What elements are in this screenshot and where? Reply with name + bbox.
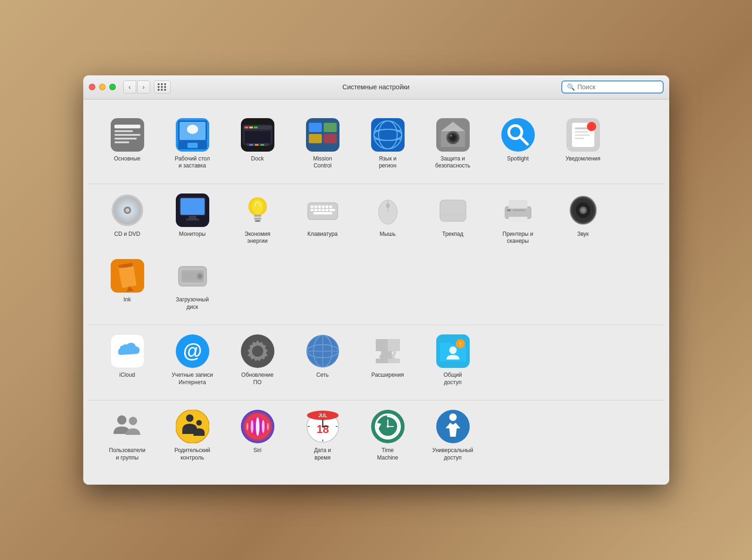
cd-item[interactable]: CD и DVD bbox=[97, 189, 158, 250]
network-item[interactable]: Сеть bbox=[293, 330, 353, 391]
svg-rect-59 bbox=[186, 219, 199, 220]
users-item[interactable]: Пользователии группы bbox=[97, 405, 158, 466]
general-item[interactable]: Основные bbox=[97, 113, 158, 174]
svg-rect-76 bbox=[326, 209, 328, 211]
content-area: Основные Рабочий столи заставка bbox=[83, 100, 669, 485]
close-button[interactable] bbox=[89, 84, 95, 90]
spotlight-label: Spotlight bbox=[507, 155, 529, 163]
svg-rect-67 bbox=[314, 206, 317, 208]
svg-rect-71 bbox=[329, 206, 332, 208]
printers-item[interactable]: Принтеры исканеры bbox=[488, 189, 548, 250]
svg-rect-73 bbox=[314, 209, 317, 211]
svg-rect-90 bbox=[507, 209, 511, 211]
energy-item[interactable]: Экономияэнергии bbox=[227, 189, 288, 250]
system-icons-grid: Пользователии группы bbox=[97, 405, 655, 466]
svg-rect-26 bbox=[309, 134, 322, 143]
datetime-item[interactable]: JUL 18 bbox=[293, 405, 353, 466]
minimize-button[interactable] bbox=[99, 84, 106, 90]
keyboard-item[interactable]: Клавиатура bbox=[293, 189, 353, 250]
traffic-lights bbox=[89, 84, 116, 90]
forward-button[interactable]: › bbox=[137, 80, 150, 93]
accessibility-item[interactable]: Универсальныйдоступ bbox=[423, 405, 483, 466]
trackpad-icon bbox=[436, 193, 470, 227]
svg-rect-58 bbox=[189, 216, 196, 219]
security-label: Защита ибезопасность bbox=[435, 155, 470, 170]
icloud-label: iCloud bbox=[119, 372, 135, 379]
grid-view-button[interactable] bbox=[154, 80, 171, 93]
monitors-item[interactable]: Мониторы bbox=[162, 189, 223, 250]
keyboard-icon bbox=[306, 193, 339, 227]
update-item[interactable]: ОбновлениеПО bbox=[227, 330, 288, 391]
extensions-icon bbox=[371, 334, 405, 368]
search-input[interactable] bbox=[578, 83, 658, 91]
svg-point-9 bbox=[187, 125, 198, 134]
svg-point-144 bbox=[322, 426, 324, 427]
svg-rect-4 bbox=[114, 138, 137, 140]
mouse-item[interactable]: Мышь bbox=[358, 189, 418, 250]
trackpad-item[interactable]: Трекпад bbox=[423, 189, 483, 250]
svg-rect-49 bbox=[575, 138, 584, 139]
extensions-item[interactable]: Расширения bbox=[358, 330, 418, 391]
desktop-item[interactable]: Рабочий столи заставка bbox=[162, 113, 223, 174]
monitors-label: Мониторы bbox=[179, 231, 206, 238]
energy-label: Экономияэнергии bbox=[245, 231, 270, 245]
window-title: Системные настройки bbox=[342, 83, 409, 91]
svg-point-123 bbox=[449, 347, 457, 354]
notifications-label: Уведомления bbox=[566, 155, 600, 163]
titlebar: ‹ › Системные настройки 🔍 bbox=[83, 75, 669, 100]
parental-icon bbox=[176, 410, 209, 443]
mouse-label: Мышь bbox=[379, 231, 396, 238]
notifications-item[interactable]: Уведомления bbox=[553, 113, 613, 174]
accounts-icon: @ bbox=[176, 334, 209, 368]
dock-icon bbox=[241, 118, 274, 152]
notifications-icon bbox=[566, 118, 600, 152]
svg-rect-68 bbox=[318, 206, 321, 208]
svg-rect-5 bbox=[114, 141, 129, 143]
desktop-icon bbox=[176, 118, 209, 152]
dock-item[interactable]: Dock bbox=[227, 113, 288, 174]
maximize-button[interactable] bbox=[109, 84, 116, 90]
startup-item[interactable]: Загрузочныйдиск bbox=[162, 254, 223, 315]
printers-label: Принтеры исканеры bbox=[503, 231, 533, 245]
sound-label: Звук bbox=[577, 231, 589, 238]
svg-point-115 bbox=[252, 346, 263, 357]
sharing-label: Общийдоступ bbox=[444, 372, 462, 386]
svg-point-107 bbox=[198, 274, 202, 278]
personal-icons-grid: Основные Рабочий столи заставка bbox=[97, 113, 655, 174]
svg-rect-66 bbox=[311, 206, 313, 208]
svg-rect-61 bbox=[254, 215, 261, 217]
parental-item[interactable]: Родительскийконтроль bbox=[162, 405, 223, 466]
parental-label: Родительскийконтроль bbox=[174, 447, 210, 461]
svg-rect-17 bbox=[254, 127, 258, 128]
datetime-icon: JUL 18 bbox=[306, 410, 339, 443]
timemachine-item[interactable]: TimeMachine bbox=[358, 405, 418, 466]
monitors-icon bbox=[176, 193, 209, 227]
startup-icon bbox=[176, 259, 209, 293]
spotlight-item[interactable]: Spotlight bbox=[488, 113, 548, 174]
svg-rect-18 bbox=[245, 131, 271, 143]
svg-point-136 bbox=[246, 423, 248, 430]
sound-item[interactable]: Звук bbox=[553, 189, 613, 250]
accounts-item[interactable]: @ Учетные записиИнтернета bbox=[162, 330, 223, 391]
svg-text:↑: ↑ bbox=[459, 340, 462, 347]
timemachine-icon bbox=[371, 410, 405, 443]
ink-item[interactable]: Ink bbox=[97, 254, 158, 315]
icloud-item[interactable]: iCloud bbox=[97, 330, 158, 391]
svg-rect-20 bbox=[249, 144, 253, 146]
desktop-label: Рабочий столи заставка bbox=[175, 155, 210, 170]
ink-icon bbox=[111, 259, 144, 293]
siri-item[interactable]: Siri bbox=[227, 405, 288, 466]
accessibility-label: Универсальныйдоступ bbox=[433, 447, 473, 461]
cd-label: CD и DVD bbox=[114, 231, 140, 238]
sharing-item[interactable]: ↑ Общийдоступ bbox=[423, 330, 483, 391]
sharing-icon: ↑ bbox=[436, 334, 470, 368]
cd-icon bbox=[111, 193, 144, 227]
mission-item[interactable]: MissionControl bbox=[293, 113, 353, 174]
svg-point-133 bbox=[256, 417, 260, 436]
security-item[interactable]: Защита ибезопасность bbox=[423, 113, 483, 174]
search-box[interactable]: 🔍 bbox=[561, 80, 664, 93]
back-button[interactable]: ‹ bbox=[123, 80, 136, 93]
language-item[interactable]: Язык ирегион bbox=[358, 113, 418, 174]
svg-rect-16 bbox=[249, 127, 253, 128]
siri-icon bbox=[241, 410, 274, 443]
